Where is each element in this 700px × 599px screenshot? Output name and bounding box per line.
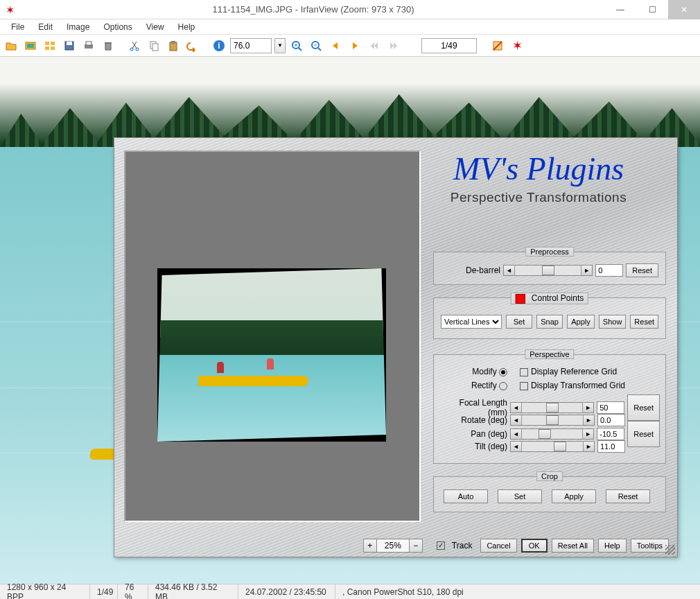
rectify-label: Rectify	[471, 381, 497, 390]
zoom-plus-button[interactable]: +	[363, 539, 377, 553]
debarrel-reset-button[interactable]: Reset	[626, 263, 658, 277]
rectify-radio[interactable]	[499, 382, 507, 390]
debarrel-slider[interactable]: ◄ ►	[503, 265, 593, 276]
focal-slider[interactable]: ◄►	[510, 402, 594, 413]
close-button[interactable]: ✕	[668, 0, 700, 19]
zoom-out-icon[interactable]	[308, 37, 324, 54]
zoom-dropdown[interactable]: ▼	[274, 38, 286, 53]
svg-rect-5	[51, 46, 55, 50]
settings-icon[interactable]	[489, 37, 506, 54]
info-icon[interactable]: i	[211, 37, 227, 54]
focal-value[interactable]: 50	[597, 401, 624, 414]
menu-options[interactable]: Options	[96, 21, 139, 33]
tilt-slider[interactable]: ◄►	[510, 441, 595, 452]
zoom-value[interactable]: 76.0	[230, 38, 272, 53]
zoom-minus-button[interactable]: −	[409, 539, 423, 553]
preview-area[interactable]	[124, 150, 421, 522]
cp-snap-button[interactable]: Snap	[536, 315, 563, 329]
cut-icon[interactable]	[126, 37, 143, 54]
last-icon[interactable]	[385, 37, 402, 54]
slideshow-icon[interactable]	[22, 37, 39, 54]
svg-rect-3	[51, 42, 55, 45]
zoom-in-icon[interactable]	[288, 37, 305, 54]
help-button[interactable]: Help	[598, 539, 627, 553]
rotate-slider[interactable]: ◄►	[510, 415, 595, 426]
crop-auto-button[interactable]: Auto	[444, 489, 488, 503]
control-points-legend-text: Control Points	[532, 293, 584, 303]
svg-rect-2	[45, 42, 49, 45]
status-date: 24.07.2002 / 23:45:50	[238, 584, 335, 599]
undo-icon[interactable]	[184, 37, 201, 54]
track-check[interactable]	[437, 541, 445, 550]
perspective-panel: Perspective Modify Display Reference Gri…	[433, 354, 666, 464]
image-viewport: MV's Plugins Perspective Transformations…	[0, 57, 700, 584]
svg-rect-4	[45, 46, 49, 50]
disp-ref-label: Display Reference Grid	[531, 367, 617, 376]
slider-left-icon[interactable]: ◄	[504, 266, 515, 275]
pan-label: Pan (deg)	[438, 429, 507, 439]
cp-set-button[interactable]: Set	[506, 315, 532, 329]
crop-set-button[interactable]: Set	[498, 489, 542, 503]
status-zoom: 76 %	[118, 584, 148, 599]
first-icon[interactable]	[366, 37, 383, 54]
pan-slider[interactable]: ◄►	[510, 428, 594, 440]
preview-zoom-value: 25%	[377, 539, 409, 553]
dialog-footer: + 25% − Track Cancel OK Reset All Help T…	[114, 535, 677, 557]
menu-edit[interactable]: Edit	[31, 21, 60, 33]
crop-apply-button[interactable]: Apply	[552, 489, 596, 503]
window-title: 111-1154_IMG.JPG - IrfanView (Zoom: 973 …	[22, 4, 604, 15]
slider-right-icon[interactable]: ►	[581, 266, 592, 275]
control-points-legend: Control Points	[511, 293, 588, 304]
irfanview-icon[interactable]: ✶	[509, 37, 525, 54]
perspective-legend: Perspective	[525, 349, 574, 359]
save-icon[interactable]	[61, 37, 78, 54]
tooltips-button[interactable]: Tooltips	[631, 539, 669, 553]
ok-button[interactable]: OK	[521, 539, 548, 553]
debarrel-value[interactable]: 0	[595, 264, 623, 277]
control-points-mode-select[interactable]: Vertical Lines	[441, 315, 502, 329]
prev-icon[interactable]	[327, 37, 344, 54]
control-points-color-icon[interactable]	[516, 294, 525, 304]
disp-ref-check[interactable]	[520, 368, 528, 376]
menu-image[interactable]: Image	[60, 21, 96, 33]
tilt-label: Tilt (deg)	[438, 442, 507, 451]
menu-view[interactable]: View	[139, 21, 171, 33]
rotate-value[interactable]: 0.0	[597, 414, 625, 426]
tilt-value[interactable]: 11.0	[597, 440, 625, 453]
crop-legend: Crop	[536, 471, 563, 481]
status-page: 1/49	[90, 584, 118, 599]
open-icon[interactable]	[3, 37, 19, 54]
focal-reset-button[interactable]: Reset	[627, 394, 660, 421]
title-bar: ✶ 111-1154_IMG.JPG - IrfanView (Zoom: 97…	[0, 0, 700, 19]
reset-all-button[interactable]: Reset All	[552, 539, 594, 553]
cancel-button[interactable]: Cancel	[480, 539, 516, 553]
page-indicator: 1/49	[421, 38, 477, 53]
menu-help[interactable]: Help	[171, 21, 202, 33]
thumbnails-icon[interactable]	[42, 37, 58, 54]
cp-show-button[interactable]: Show	[599, 315, 627, 329]
disp-trans-check[interactable]	[520, 382, 528, 390]
pan-tilt-reset-button[interactable]: Reset	[627, 421, 660, 447]
delete-icon[interactable]	[100, 37, 116, 54]
paste-icon[interactable]	[165, 37, 182, 54]
crop-reset-button[interactable]: Reset	[606, 489, 650, 503]
print-icon[interactable]	[80, 37, 97, 54]
plugin-logo: MV's Plugins Perspective Transformations	[421, 150, 656, 205]
minimize-button[interactable]: —	[604, 0, 636, 19]
next-icon[interactable]	[347, 37, 363, 54]
preprocess-legend: Preprocess	[525, 247, 574, 257]
svg-rect-9	[86, 42, 91, 45]
maximize-button[interactable]: ☐	[636, 0, 668, 19]
pan-value[interactable]: -10.5	[597, 428, 624, 440]
app-icon: ✶	[6, 3, 18, 16]
control-points-panel: Control Points Vertical Lines Set Snap A…	[433, 297, 666, 339]
modify-radio[interactable]	[499, 368, 507, 376]
menu-bar: File Edit Image Options View Help	[0, 19, 700, 35]
cp-apply-button[interactable]: Apply	[567, 315, 595, 329]
resize-grip-icon[interactable]	[665, 545, 675, 555]
copy-icon[interactable]	[146, 37, 162, 54]
preview-image	[157, 268, 386, 442]
rotate-label: Rotate (deg)	[438, 415, 507, 425]
menu-file[interactable]: File	[4, 21, 31, 33]
cp-reset-button[interactable]: Reset	[630, 315, 658, 329]
